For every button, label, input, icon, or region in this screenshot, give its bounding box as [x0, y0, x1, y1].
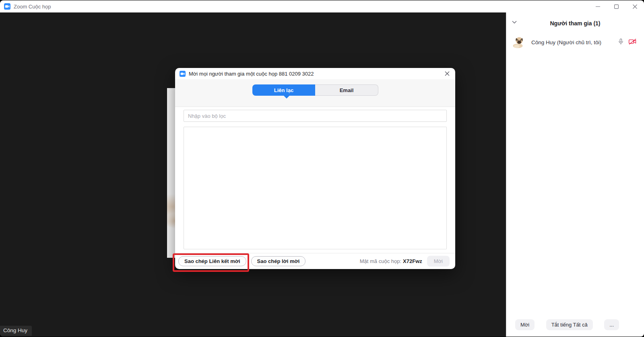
tab-group: Liên lạc Email [252, 84, 378, 96]
zoom-logo-icon [4, 3, 10, 10]
invite-dialog-body [175, 107, 455, 249]
copy-invite-link-button[interactable]: Sao chép Liên kết mời [178, 256, 246, 266]
tab-contacts[interactable]: Liên lạc [252, 84, 315, 96]
mute-all-button[interactable]: Tắt tiếng Tất cả [546, 319, 593, 330]
participants-header: Người tham gia (1) [506, 12, 644, 33]
minimize-button[interactable] [588, 0, 607, 12]
copy-invitation-button[interactable]: Sao chép lời mời [251, 256, 306, 266]
window-controls [588, 0, 644, 12]
participants-footer: Mời Tắt tiếng Tất cả ... [506, 319, 644, 330]
zoom-logo-icon [180, 71, 186, 77]
maximize-button[interactable] [607, 0, 625, 12]
participants-panel: Người tham gia (1) Công Huy (Người chủ t… [506, 12, 644, 337]
contact-list[interactable] [184, 127, 447, 249]
tab-email[interactable]: Email [315, 84, 378, 96]
invite-dialog-titlebar: Mời mọi người tham gia một cuộc họp 881 … [175, 68, 455, 79]
participant-row[interactable]: Công Huy (Người chủ trì, tôi) [506, 33, 644, 51]
invite-dialog-tabstrip: Liên lạc Email [175, 79, 455, 107]
participant-name: Công Huy (Người chủ trì, tôi) [531, 39, 601, 45]
dialog-invite-button[interactable]: Mời [427, 256, 450, 267]
invite-button[interactable]: Mời [515, 319, 535, 330]
active-tab-pointer [284, 96, 289, 99]
zoom-app-window: Zoom Cuộc họp Công Huy Người tham gia (1… [0, 0, 644, 337]
filter-input[interactable] [184, 110, 447, 122]
chevron-down-icon[interactable] [512, 21, 517, 24]
close-button[interactable] [625, 0, 644, 12]
window-title: Zoom Cuộc họp [14, 4, 51, 10]
participant-avatar [512, 35, 525, 49]
meeting-passcode: Mật mã cuộc họp:X72Fwz [360, 258, 422, 264]
video-name-tag: Công Huy [0, 326, 32, 336]
dialog-close-icon[interactable] [445, 71, 450, 76]
title-bar: Zoom Cuộc họp [0, 0, 644, 12]
more-button[interactable]: ... [604, 319, 619, 330]
invite-dialog-footer: Sao chép Liên kết mời Sao chép lời mời M… [175, 253, 455, 269]
invite-dialog: Mời mọi người tham gia một cuộc họp 881 … [175, 68, 455, 269]
camera-off-icon [628, 38, 637, 47]
microphone-icon [618, 38, 624, 47]
participant-status-icons [618, 38, 637, 47]
invite-dialog-title: Mời mọi người tham gia một cuộc họp 881 … [189, 71, 314, 77]
participants-title: Người tham gia (1) [506, 12, 644, 34]
